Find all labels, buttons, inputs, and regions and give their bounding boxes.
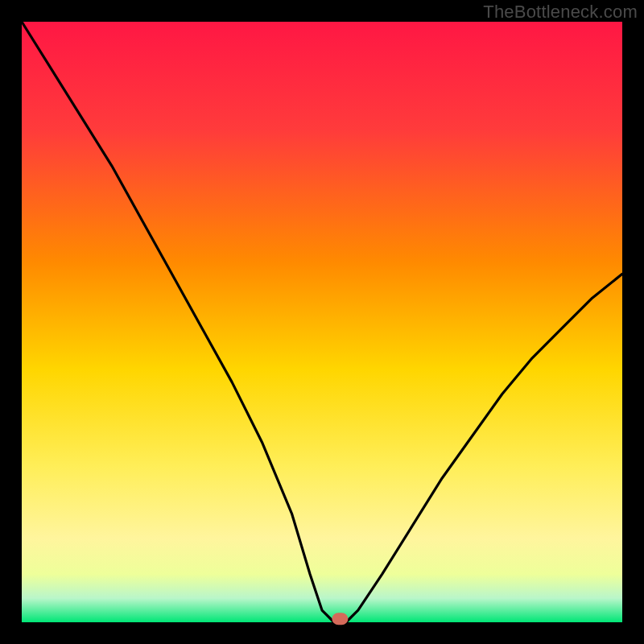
optimal-marker <box>332 613 348 625</box>
chart-svg <box>0 0 644 644</box>
plot-background <box>22 22 622 622</box>
chart-stage: TheBottleneck.com <box>0 0 644 644</box>
watermark-text: TheBottleneck.com <box>483 2 638 23</box>
